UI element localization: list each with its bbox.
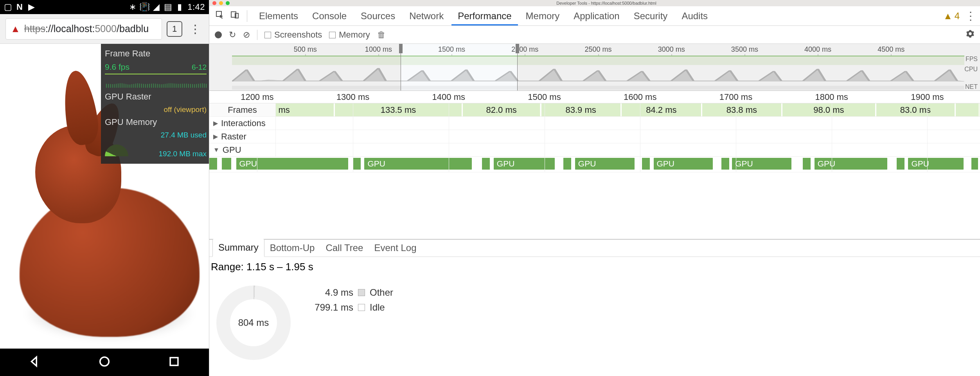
gpu-block[interactable]: [482, 158, 490, 170]
tab-security[interactable]: Security: [628, 7, 674, 25]
drawer-tab-call-tree[interactable]: Call Tree: [320, 239, 369, 257]
tab-elements[interactable]: Elements: [253, 7, 304, 25]
record-button[interactable]: [215, 31, 222, 38]
tab-network[interactable]: Network: [403, 7, 450, 25]
flame-ruler-tick: 1300 ms: [336, 92, 369, 102]
gpu-block[interactable]: GPU: [575, 158, 635, 170]
overview-selection[interactable]: [401, 44, 518, 90]
expand-icon[interactable]: ▶: [213, 119, 218, 127]
tab-switcher-button[interactable]: 1: [167, 21, 182, 37]
gpu-block[interactable]: [897, 158, 904, 170]
gpu-block[interactable]: [803, 158, 811, 170]
memory-toggle[interactable]: Memory: [329, 30, 370, 40]
expand-icon[interactable]: ▶: [213, 133, 218, 140]
nav-home-button[interactable]: [98, 355, 111, 370]
memory-label: Memory: [339, 30, 370, 40]
gpu-block[interactable]: [721, 158, 729, 170]
overview-mask: [209, 44, 401, 90]
android-device: ▢ N ▶ ∗ 📳 ◢ ▤ ▮ 1:42 ▲ https://localhost…: [0, 0, 209, 376]
device-mode-icon[interactable]: [228, 10, 241, 22]
interactions-track[interactable]: ▶Interactions: [209, 117, 980, 130]
clear-button[interactable]: ⊘: [243, 30, 250, 40]
legend-name: Idle: [370, 302, 385, 313]
gpu-track-header-row[interactable]: ▼GPU: [209, 143, 980, 157]
reload-record-button[interactable]: ↻: [229, 30, 236, 40]
inspect-element-icon[interactable]: [213, 10, 227, 22]
gpu-block[interactable]: GPU: [236, 158, 348, 170]
flame-ruler-tick: 1900 ms: [911, 92, 944, 102]
perf-settings-button[interactable]: [966, 29, 975, 40]
url-path: /badblu: [117, 23, 149, 34]
gpu-block[interactable]: GPU: [494, 158, 555, 170]
close-window-icon[interactable]: [212, 1, 216, 5]
overview-handle-left[interactable]: [399, 44, 403, 53]
flame-ruler-tick: 1600 ms: [624, 92, 656, 102]
nav-back-button[interactable]: [28, 355, 41, 370]
gc-button[interactable]: 🗑: [377, 30, 386, 40]
address-bar[interactable]: ▲ https://localhost:5000/badblu: [5, 18, 162, 40]
minimize-window-icon[interactable]: [219, 1, 223, 5]
warnings-badge[interactable]: ▲ 4: [943, 11, 960, 22]
zoom-window-icon[interactable]: [226, 1, 230, 5]
battery-icon: ▮: [176, 3, 183, 11]
gpu-block[interactable]: GPU: [364, 158, 471, 170]
raster-track[interactable]: ▶Raster: [209, 130, 980, 143]
screenshots-toggle[interactable]: Screenshots: [264, 30, 322, 40]
gpu-block[interactable]: GPU: [815, 158, 887, 170]
frame-cell[interactable]: 83.0 ms: [875, 103, 955, 116]
legend-row: 4.9 msOther: [306, 287, 393, 298]
drawer-tab-bottom-up[interactable]: Bottom-Up: [264, 239, 320, 257]
gpu-block[interactable]: [971, 158, 978, 170]
drawer-tab-event-log[interactable]: Event Log: [369, 239, 422, 257]
frame-cell[interactable]: 83.8 ms: [701, 103, 781, 116]
gpu-block[interactable]: [642, 158, 650, 170]
overview-handle-right[interactable]: [516, 44, 519, 53]
gpu-block[interactable]: GPU: [732, 158, 791, 170]
flame-ruler[interactable]: 1200 ms1300 ms1400 ms1500 ms1600 ms1700 …: [209, 91, 980, 103]
gpu-track[interactable]: GPUGPUGPUGPUGPUGPUGPUGPU: [209, 157, 980, 172]
tab-console[interactable]: Console: [306, 7, 353, 25]
legend-name: Other: [370, 287, 393, 298]
gpu-block[interactable]: [222, 158, 231, 170]
tab-sources[interactable]: Sources: [354, 7, 401, 25]
donut-total: 804 ms: [238, 317, 269, 328]
overview-mask: [518, 44, 980, 90]
devtools-window: Developer Tools - https://localhost:5000…: [209, 0, 980, 376]
frame-cell[interactable]: [955, 103, 978, 116]
frame-cell[interactable]: 83.9 ms: [540, 103, 620, 116]
collapse-icon[interactable]: ▼: [213, 146, 219, 154]
frame-cell[interactable]: 82.0 ms: [462, 103, 540, 116]
flame-body[interactable]: [209, 172, 980, 239]
legend-swatch: [358, 304, 365, 311]
gpu-block[interactable]: [209, 158, 217, 170]
drawer-tab-summary[interactable]: Summary: [212, 239, 264, 257]
hud-fps-range: 6-12: [192, 63, 207, 72]
hud-frame-rate-label: Frame Rate: [105, 49, 150, 59]
chrome-menu-button[interactable]: ⋮: [187, 22, 203, 36]
gpu-block[interactable]: [353, 158, 361, 170]
frames-track-header[interactable]: Frames: [209, 103, 276, 116]
tab-memory[interactable]: Memory: [520, 7, 566, 25]
window-titlebar[interactable]: Developer Tools - https://localhost:5000…: [209, 0, 980, 6]
frame-cell[interactable]: 84.2 ms: [620, 103, 701, 116]
raster-label: Raster: [221, 132, 246, 142]
tab-application[interactable]: Application: [567, 7, 626, 25]
tab-audits[interactable]: Audits: [675, 7, 714, 25]
gpu-block[interactable]: GPU: [654, 158, 713, 170]
page-viewport[interactable]: Frame Rate 9.6 fps 6-12 GPU Raster off (…: [0, 44, 209, 349]
frame-cell[interactable]: 98.0 ms: [781, 103, 875, 116]
flame-ruler-tick: 1500 ms: [528, 92, 561, 102]
summary-drawer: SummaryBottom-UpCall TreeEvent Log Range…: [209, 239, 980, 376]
wifi-icon: ◢: [152, 3, 160, 11]
svg-rect-1: [170, 358, 178, 365]
flamechart-pane[interactable]: 1200 ms1300 ms1400 ms1500 ms1600 ms1700 …: [209, 91, 980, 239]
status-left-icons: ▢ N ▶: [4, 3, 35, 11]
overview-pane[interactable]: 500 ms1000 ms1500 ms2000 ms2500 ms3000 m…: [209, 44, 980, 91]
devtools-menu-button[interactable]: ⋮: [965, 9, 976, 22]
tab-performance[interactable]: Performance: [451, 7, 518, 25]
gpu-block[interactable]: [563, 158, 571, 170]
legend-swatch: [358, 289, 365, 296]
gpu-block[interactable]: GPU: [908, 158, 964, 170]
frames-track[interactable]: Frames 130.0 ms133.5 ms82.0 ms83.9 ms84.…: [209, 103, 980, 117]
nav-recents-button[interactable]: [167, 355, 181, 370]
